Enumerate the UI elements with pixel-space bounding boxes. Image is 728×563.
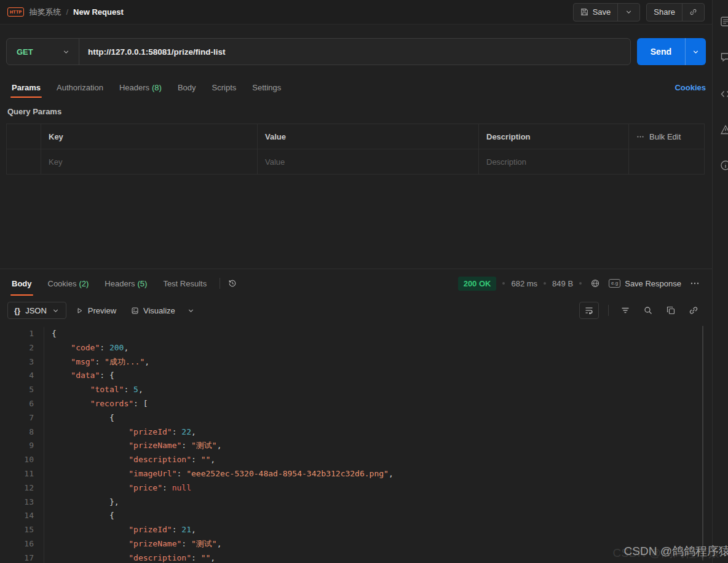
search-button[interactable] — [641, 305, 655, 315]
request-tab-scripts[interactable]: Scripts — [204, 75, 245, 100]
response-meta: 200 OK 682 ms 849 B e.g Save Response — [458, 277, 708, 291]
request-tab-authorization[interactable]: Authorization — [49, 75, 111, 100]
chevron-down-icon — [52, 307, 60, 315]
tab-count-badge: (8) — [152, 83, 162, 92]
request-tab-body[interactable]: Body — [170, 75, 204, 100]
copy-link-button[interactable] — [682, 4, 704, 21]
main-column: HTTP 抽奖系统 / New Request Save S — [0, 0, 712, 563]
visualize-label: Visualize — [143, 306, 175, 315]
column-header-key: Key — [41, 124, 258, 149]
braces-icon: {} — [14, 306, 20, 315]
filter-button[interactable] — [618, 305, 633, 315]
dot-separator — [544, 282, 546, 285]
bulk-edit-label: Bulk Edit — [649, 132, 681, 141]
response-tab-body[interactable]: Body — [4, 269, 40, 297]
url-input[interactable] — [79, 47, 630, 57]
copy-response-button[interactable] — [663, 305, 678, 315]
bulk-edit-button[interactable]: Bulk Edit — [629, 124, 704, 149]
save-button-group: Save — [573, 3, 641, 22]
method-label: GET — [17, 47, 33, 57]
request-tab-settings[interactable]: Settings — [244, 75, 289, 100]
row-checkbox-cell[interactable] — [7, 149, 41, 175]
response-more-button[interactable] — [687, 278, 702, 288]
line-number: 8 — [0, 425, 34, 439]
search-icon — [643, 305, 653, 315]
response-format-dropdown[interactable]: {} JSON — [7, 302, 66, 319]
response-link-button[interactable] — [686, 305, 701, 315]
visualize-options-caret[interactable] — [184, 307, 197, 315]
response-size: 849 B — [552, 279, 573, 288]
line-number: 17 — [0, 551, 34, 563]
method-selector[interactable]: GET — [7, 39, 79, 65]
code-line: "code": 200, — [52, 341, 712, 355]
tab-count-badge: (5) — [138, 279, 148, 288]
code-snippet-icon[interactable] — [720, 89, 728, 100]
response-history-button[interactable] — [225, 278, 240, 288]
key-input[interactable]: Key — [41, 149, 258, 175]
code-line: "prizeName": "测试", — [52, 439, 712, 453]
save-response-button[interactable]: e.g Save Response — [609, 279, 681, 288]
breadcrumb-workspace[interactable]: 抽奖系统 — [29, 7, 61, 18]
response-tabs-row: BodyCookies(2)Headers(5)Test Results 200… — [0, 269, 712, 297]
visualize-button[interactable]: Visualize — [125, 302, 181, 319]
tab-label: Settings — [252, 83, 281, 92]
tab-label: Body — [12, 279, 32, 288]
code-line: "prizeId": 21, — [52, 523, 712, 537]
select-all-cell[interactable] — [7, 124, 41, 149]
line-number: 1 — [0, 327, 34, 341]
save-options-caret[interactable] — [617, 4, 639, 21]
line-number: 6 — [0, 397, 34, 411]
cookies-link[interactable]: Cookies — [675, 83, 712, 92]
response-tab-headers[interactable]: Headers(5) — [97, 269, 155, 297]
globe-icon — [590, 278, 600, 288]
send-button-group: Send — [637, 38, 706, 65]
url-box: GET — [6, 38, 631, 65]
topbar-actions: Save Share — [573, 3, 705, 22]
chevron-down-icon — [625, 8, 633, 16]
preview-button[interactable]: Preview — [70, 302, 122, 319]
send-button[interactable]: Send — [637, 38, 685, 65]
request-response-splitter[interactable] — [0, 175, 712, 269]
response-tab-cookies[interactable]: Cookies(2) — [40, 269, 97, 297]
response-tab-test-results[interactable]: Test Results — [155, 269, 215, 297]
tab-label: Cookies — [48, 279, 77, 288]
request-tabs: ParamsAuthorizationHeaders(8)BodyScripts… — [0, 75, 712, 100]
tab-label: Params — [12, 83, 41, 92]
tab-label: Authorization — [57, 83, 103, 92]
history-icon — [228, 278, 237, 288]
info-icon[interactable] — [720, 160, 728, 171]
line-number: 14 — [0, 509, 34, 523]
request-tab-params[interactable]: Params — [4, 75, 49, 100]
breadcrumb: HTTP 抽奖系统 / New Request — [7, 7, 124, 18]
scrollbar[interactable] — [702, 326, 703, 561]
query-params-table: Key Value Description Bulk Edit Key Valu… — [6, 124, 705, 175]
wrap-text-toggle[interactable] — [579, 302, 599, 319]
code-line: "total": 5, — [52, 383, 712, 397]
tab-label: Headers — [119, 83, 149, 92]
dot-separator — [502, 282, 505, 285]
image-icon — [131, 307, 139, 315]
value-input[interactable]: Value — [258, 149, 479, 175]
network-info-button[interactable] — [588, 278, 603, 288]
chevron-down-icon — [692, 48, 700, 56]
code-line: "prizeId": 22, — [52, 425, 712, 439]
response-body-viewer: 1234567891011121314151617 { "code": 200,… — [0, 323, 712, 563]
line-number: 12 — [0, 481, 34, 495]
description-input[interactable]: Description — [479, 149, 629, 175]
request-tab-headers[interactable]: Headers(8) — [111, 75, 170, 100]
save-button[interactable]: Save — [574, 4, 618, 21]
breadcrumb-request-name[interactable]: New Request — [73, 7, 124, 17]
share-button[interactable]: Share — [647, 4, 682, 21]
code-line: "prizeName": "测试", — [52, 537, 712, 551]
more-dots-icon — [690, 278, 700, 288]
line-number: 10 — [0, 453, 34, 467]
comments-icon[interactable] — [720, 52, 728, 63]
line-number: 5 — [0, 383, 34, 397]
column-header-description: Description — [479, 124, 629, 149]
wrap-text-icon — [584, 305, 594, 315]
documentation-icon[interactable] — [720, 16, 728, 27]
send-options-caret[interactable] — [685, 38, 706, 65]
tab-count-badge: (2) — [79, 279, 89, 288]
warnings-icon[interactable] — [720, 124, 728, 135]
code-gutter: 1234567891011121314151617 — [0, 327, 44, 563]
